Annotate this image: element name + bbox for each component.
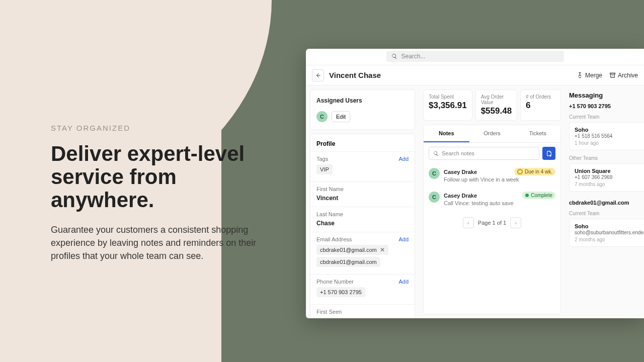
archive-button[interactable]: Archive — [609, 72, 638, 79]
stat-orders: # of Orders 6 — [520, 89, 561, 121]
tag-chip[interactable]: VIP — [316, 164, 333, 174]
stat-total-spent: Total Spent $3,356.91 — [423, 89, 472, 121]
archive-icon — [609, 72, 616, 78]
messaging-email: cbdrake01@gmail.com — [569, 200, 644, 206]
messaging-title: Messaging — [569, 89, 644, 100]
avatar: C — [429, 168, 440, 179]
assigned-title: Assigned Users — [316, 97, 409, 104]
pager-prev-button[interactable]: ‹ — [463, 217, 474, 228]
note-author: Casey Drake — [444, 169, 477, 175]
tab-notes[interactable]: Notes — [424, 125, 469, 142]
note-plus-icon — [546, 150, 552, 157]
tabs: Notes Orders Tickets — [424, 125, 560, 143]
header-actions: Merge Archive — [577, 72, 638, 79]
note-author: Casey Drake — [444, 193, 477, 199]
note-item[interactable]: C Casey Drake Complete Call Vince: testi… — [424, 188, 560, 211]
stat-aov: Avg Order Value $559.48 — [475, 89, 517, 121]
back-button[interactable] — [312, 69, 324, 81]
pager: ‹ Page 1 of 1 › — [424, 211, 560, 235]
team-name: Union Square — [575, 168, 644, 174]
current-team-label: Current Team — [569, 211, 644, 216]
field-tags: Tags Add VIP — [310, 151, 415, 182]
messaging-phone: +1 570 903 2795 — [569, 103, 644, 109]
stat-label: Avg Order Value — [481, 94, 512, 105]
field-first-name: First Name Vincent — [310, 182, 415, 207]
right-column: Messaging +1 570 903 2795 Current Team S… — [565, 85, 644, 318]
avatar: C — [316, 111, 328, 122]
stat-value: $3,356.91 — [429, 101, 467, 111]
team-card[interactable]: Union Square +1 607 366 2969 7 months ag… — [569, 163, 644, 192]
phone-label: Phone Number — [316, 279, 354, 285]
left-column: Assigned Users C Edit Profile Tags Add V… — [306, 85, 419, 318]
search-icon — [433, 151, 439, 156]
top-search-bar: Search... — [306, 49, 644, 65]
phone-add-link[interactable]: Add — [398, 279, 409, 285]
add-note-button[interactable] — [542, 147, 555, 160]
first-name-value: Vincent — [316, 195, 409, 202]
page-title: Vincent Chase — [329, 71, 577, 79]
other-teams-label: Other Teams — [569, 155, 644, 161]
status-badge: Due in 4 wk. — [514, 168, 555, 175]
email-chip[interactable]: cbdrake01@gmail.com — [316, 257, 380, 267]
first-seen-label: First Seen — [316, 309, 342, 315]
field-email: Email Address Add cbdrake01@gmail.com ✕ … — [310, 232, 415, 274]
pager-next-button[interactable]: › — [510, 217, 521, 228]
tab-orders[interactable]: Orders — [469, 125, 515, 142]
global-search-input[interactable]: Search... — [386, 51, 564, 62]
team-card[interactable]: Soho soho@suburbanoutfitters.endea 2 mon… — [569, 219, 644, 247]
notes-search-placeholder: Search notes — [442, 150, 474, 156]
middle-column: Total Spent $3,356.91 Avg Order Value $5… — [419, 85, 565, 318]
assigned-users-card: Assigned Users C Edit — [310, 89, 415, 130]
profile-title: Profile — [310, 134, 415, 151]
last-name-label: Last Name — [316, 211, 343, 217]
marketing-copy: STAY ORGANIZED Deliver expert-level serv… — [51, 124, 282, 262]
email-chip[interactable]: cbdrake01@gmail.com ✕ — [316, 245, 388, 255]
arrow-left-icon — [315, 72, 321, 78]
search-placeholder: Search... — [401, 53, 426, 60]
tags-add-link[interactable]: Add — [398, 156, 409, 162]
note-item[interactable]: C Casey Drake Due in 4 wk. Follow up wit… — [424, 164, 560, 188]
team-time: 7 months ago — [575, 182, 644, 187]
status-badge: Complete — [522, 192, 555, 199]
email-add-link[interactable]: Add — [398, 236, 409, 242]
team-time: 1 hour ago — [575, 140, 644, 146]
stat-label: # of Orders — [526, 94, 555, 100]
profile-card: Profile Tags Add VIP First Name Vincent … — [310, 134, 415, 318]
merge-button[interactable]: Merge — [577, 72, 602, 79]
note-text: Call Vince: testing auto save — [444, 200, 555, 206]
first-name-label: First Name — [316, 186, 344, 192]
note-text: Follow up with Vince in a week — [444, 176, 555, 183]
headline: Deliver expert-level service from anywhe… — [51, 142, 282, 212]
archive-label: Archive — [618, 72, 638, 79]
stat-value: 6 — [526, 101, 555, 111]
phone-chip[interactable]: +1 570 903 2795 — [316, 287, 365, 297]
edit-assigned-button[interactable]: Edit — [332, 111, 350, 122]
eyebrow: STAY ORGANIZED — [51, 124, 282, 132]
avatar: C — [429, 192, 440, 203]
messaging-panel: Messaging +1 570 903 2795 Current Team S… — [569, 89, 644, 247]
search-icon — [391, 53, 397, 59]
merge-label: Merge — [585, 72, 602, 79]
field-last-name: Last Name Chase — [310, 207, 415, 232]
notes-card: Notes Orders Tickets Search notes C — [423, 125, 561, 314]
email-chip-text: cbdrake01@gmail.com — [320, 247, 377, 253]
team-name: Soho — [575, 223, 644, 229]
stat-value: $559.48 — [481, 106, 512, 116]
email-label: Email Address — [316, 236, 352, 242]
team-sub: +1 518 516 5564 — [575, 133, 644, 139]
remove-icon[interactable]: ✕ — [380, 247, 385, 253]
team-card[interactable]: Soho +1 518 516 5564 1 hour ago — [569, 122, 644, 150]
page-header: Vincent Chase Merge Archive — [306, 65, 644, 85]
tags-label: Tags — [316, 156, 328, 162]
svg-rect-0 — [610, 73, 615, 74]
team-sub: soho@suburbanoutfitters.endea — [575, 230, 644, 235]
notes-search-input[interactable]: Search notes — [429, 147, 539, 160]
team-time: 2 months ago — [575, 237, 644, 242]
field-phone: Phone Number Add +1 570 903 2795 — [310, 274, 415, 304]
tab-tickets[interactable]: Tickets — [515, 125, 560, 142]
stat-label: Total Spent — [429, 94, 467, 100]
body-text: Guarantee your customers a consistent sh… — [51, 223, 282, 262]
app-window: Search... Vincent Chase Merge Archive As… — [306, 49, 644, 318]
stats-row: Total Spent $3,356.91 Avg Order Value $5… — [423, 89, 561, 121]
first-seen-value: 7 months ago — [316, 317, 409, 318]
